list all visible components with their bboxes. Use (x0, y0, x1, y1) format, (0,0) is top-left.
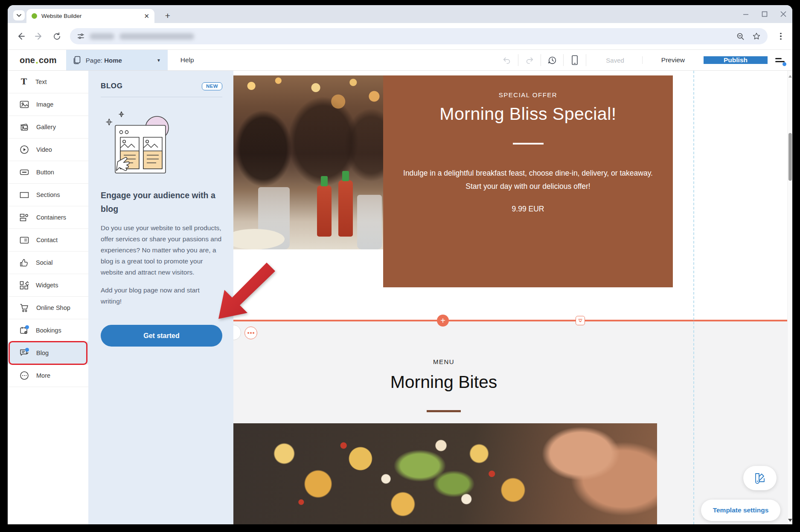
sidebar-item-text[interactable]: T Text (8, 71, 88, 93)
scrollbar-thumb[interactable] (788, 133, 792, 181)
menu-divider (427, 410, 461, 412)
mobile-preview-button[interactable] (565, 55, 584, 65)
gallery-icon (20, 123, 29, 132)
maximize-icon[interactable] (762, 11, 768, 17)
menu-title: Morning Bites (233, 372, 654, 392)
sidebar-item-contact[interactable]: Contact (8, 229, 88, 252)
restaurant-photo[interactable] (233, 75, 383, 249)
offer-price: 9.99 EUR (383, 205, 673, 214)
tab-close-icon[interactable]: ✕ (144, 13, 149, 19)
color-swatch-icon (753, 472, 766, 484)
sidebar-item-widgets[interactable]: Widgets (8, 274, 88, 297)
special-offer-section[interactable]: SPECIAL OFFER Morning Bliss Special! Ind… (383, 75, 673, 287)
containers-icon (20, 214, 29, 222)
new-tab-button[interactable]: + (161, 9, 174, 22)
menu-section[interactable]: MENU Morning Bites (233, 321, 787, 524)
blog-panel: BLOG NEW (88, 71, 233, 524)
new-badge: NEW (202, 82, 222, 90)
panel-title: BLOG (101, 82, 123, 90)
sidebar-item-image[interactable]: Image (8, 93, 88, 116)
browser-menu-button[interactable] (775, 33, 786, 40)
offer-divider (513, 143, 544, 145)
site-settings-icon[interactable] (77, 32, 84, 40)
sidebar-item-gallery[interactable]: Gallery (8, 116, 88, 139)
section-options-button[interactable] (244, 327, 257, 339)
thumbs-up-icon (20, 258, 29, 267)
save-status: Saved (588, 57, 642, 64)
new-feature-dot (25, 325, 29, 329)
sidebar-item-online-shop[interactable]: Online Shop (8, 297, 88, 319)
tab-title: Website Builder (41, 13, 140, 19)
bookmark-star-icon[interactable] (752, 32, 761, 40)
undo-button[interactable] (497, 55, 516, 65)
contact-icon (20, 237, 29, 244)
scroll-down-arrow[interactable] (788, 518, 792, 523)
zoom-out-icon[interactable] (736, 32, 745, 40)
version-history-button[interactable] (543, 55, 561, 65)
minimize-icon[interactable] (743, 11, 749, 17)
panel-heading: Engage your audience with a blog (101, 188, 222, 216)
publish-button[interactable]: Publish (704, 56, 768, 64)
sections-icon (20, 192, 29, 198)
svg-text:T: T (21, 78, 27, 86)
window-controls (743, 5, 786, 23)
offer-body: Indulge in a delightful breakfast feast,… (402, 167, 654, 193)
close-icon[interactable] (780, 11, 786, 17)
element-sidebar: T Text Image Gallery Video Button (8, 71, 88, 524)
panel-paragraph-2: Add your blog page now and start writing… (101, 285, 222, 307)
new-feature-dot (25, 348, 29, 352)
tab-favicon (32, 13, 37, 19)
editor-canvas: SPECIAL OFFER Morning Bliss Special! Ind… (233, 71, 787, 524)
scroll-up-arrow[interactable] (788, 74, 792, 78)
help-button[interactable]: Help (168, 50, 207, 70)
tab-search-button[interactable] (13, 10, 25, 20)
blog-illustration (102, 107, 175, 179)
chevron-down-icon: ▼ (157, 58, 161, 63)
chevron-down-icon (17, 14, 21, 17)
more-icon (20, 371, 29, 380)
back-button[interactable] (14, 29, 28, 43)
onecom-logo: one.com (8, 50, 57, 70)
nachos-photo[interactable] (233, 423, 657, 524)
sidebar-item-containers[interactable]: Containers (8, 206, 88, 229)
builder-toolbar: one.com Page: Home ▼ Help (8, 49, 792, 71)
sidebar-item-blog[interactable]: Blog (8, 342, 88, 364)
page-selector[interactable]: Page: Home ▼ (66, 50, 168, 70)
browser-tab[interactable]: Website Builder ✕ (26, 9, 154, 23)
sidebar-item-button[interactable]: Button (8, 161, 88, 184)
offer-title: Morning Bliss Special! (383, 104, 673, 124)
sidebar-item-more[interactable]: More (8, 364, 88, 387)
sidebar-item-social[interactable]: Social (8, 252, 88, 274)
browser-navbar (8, 23, 792, 49)
cart-icon (20, 304, 29, 312)
pages-icon (73, 56, 81, 65)
style-swatch-button[interactable] (743, 466, 777, 490)
section-collapse-button[interactable] (576, 316, 585, 325)
panel-paragraph-1: Do you use your website to sell products… (101, 223, 222, 278)
redo-button[interactable] (520, 55, 539, 65)
button-icon (20, 169, 29, 175)
widgets-icon (20, 281, 29, 290)
preview-button[interactable]: Preview (642, 56, 704, 64)
redacted-url-segment (90, 33, 114, 40)
video-icon (20, 145, 29, 154)
sidebar-item-bookings[interactable]: Bookings (8, 319, 88, 342)
address-bar[interactable] (70, 28, 768, 44)
sidebar-item-sections[interactable]: Sections (8, 184, 88, 206)
image-icon (20, 100, 29, 109)
text-icon: T (20, 78, 28, 86)
template-settings-button[interactable]: Template settings (701, 500, 780, 521)
offer-kicker: SPECIAL OFFER (383, 91, 673, 98)
screenshot-root: Website Builder ✕ + (0, 0, 800, 532)
add-section-button[interactable]: + (437, 315, 449, 327)
forward-button[interactable] (32, 29, 46, 43)
section-boundary-line (233, 320, 787, 321)
get-started-button[interactable]: Get started (101, 325, 222, 347)
builder-menu-button[interactable] (768, 56, 792, 64)
notification-dot (783, 62, 786, 66)
sidebar-item-video[interactable]: Video (8, 139, 88, 161)
reload-button[interactable] (49, 29, 64, 43)
canvas-scrollbar[interactable] (787, 71, 792, 524)
panel-divider (101, 97, 222, 97)
browser-titlebar: Website Builder ✕ + (8, 5, 792, 23)
